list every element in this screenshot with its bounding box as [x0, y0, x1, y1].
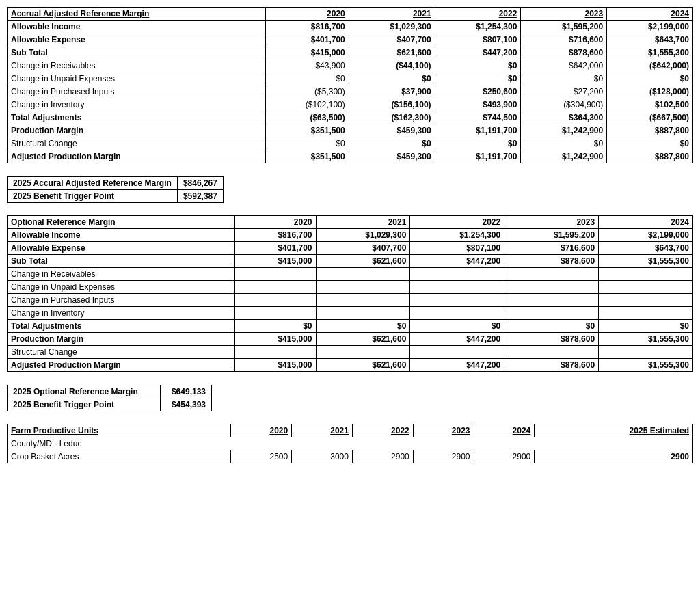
- row-label: Allowable Expense: [8, 242, 235, 255]
- row-value: $0: [316, 320, 410, 333]
- farm-productive-units-section: Farm Productive Units 2020 2021 2022 202…: [7, 424, 693, 463]
- row-value: $0: [521, 137, 607, 150]
- row-label: Structural Change: [8, 137, 266, 150]
- table1-year-4: 2024: [607, 8, 693, 21]
- table-row: Change in Purchased Inputs($5,300)$37,90…: [8, 85, 693, 98]
- summary-row: 2025 Benefit Trigger Point$592,387: [8, 190, 224, 203]
- row-value: ($63,500): [265, 111, 349, 124]
- row-value: $816,700: [235, 229, 316, 242]
- accrual-adjusted-section: Accrual Adjusted Reference Margin 2020 2…: [7, 7, 693, 203]
- row-value: $415,000: [235, 333, 316, 346]
- row-value: [316, 307, 410, 320]
- row-value: $415,000: [235, 255, 316, 268]
- row-value: $0: [265, 72, 349, 85]
- row-value: $1,254,300: [410, 229, 504, 242]
- row-value: $878,600: [504, 255, 599, 268]
- row-value: $351,500: [265, 150, 349, 163]
- summary-value: $649,133: [160, 385, 211, 398]
- row-value: ($44,100): [349, 59, 435, 72]
- row-value: $642,000: [521, 59, 607, 72]
- row-value: $887,800: [607, 150, 693, 163]
- row-label: Change in Receivables: [8, 268, 235, 281]
- accrual-adjusted-table: Accrual Adjusted Reference Margin 2020 2…: [7, 7, 693, 163]
- table2-year-1: 2021: [316, 216, 410, 229]
- table2-year-3: 2023: [504, 216, 599, 229]
- row-value: [504, 346, 599, 359]
- table2-year-0: 2020: [235, 216, 316, 229]
- row-value: [599, 281, 693, 294]
- row-label: Total Adjustments: [8, 111, 266, 124]
- row-value: $0: [410, 320, 504, 333]
- table1-year-1: 2021: [349, 8, 435, 21]
- row-value: 2900: [535, 450, 693, 463]
- row-label: Change in Inventory: [8, 307, 235, 320]
- row-label: Allowable Income: [8, 21, 266, 33]
- row-value: $407,700: [316, 242, 410, 255]
- row-value: [599, 346, 693, 359]
- row-value: $1,242,900: [521, 124, 607, 137]
- row-value: $1,555,300: [607, 46, 693, 59]
- row-value: $447,200: [410, 333, 504, 346]
- row-value: $621,600: [316, 255, 410, 268]
- row-value: $102,500: [607, 98, 693, 111]
- row-label: Production Margin: [8, 333, 235, 346]
- row-label: Change in Unpaid Expenses: [8, 72, 266, 85]
- row-value: $621,600: [316, 359, 410, 372]
- row-value: $807,100: [410, 242, 504, 255]
- row-label: Change in Purchased Inputs: [8, 85, 266, 98]
- row-value: $0: [435, 137, 521, 150]
- row-value: $459,300: [349, 124, 435, 137]
- row-value: $364,300: [521, 111, 607, 124]
- row-value: $1,555,300: [599, 255, 693, 268]
- table2-summary: 2025 Optional Reference Margin$649,13320…: [7, 385, 212, 411]
- row-label: Change in Receivables: [8, 59, 266, 72]
- row-label: Production Margin: [8, 124, 266, 137]
- table3-col-6: 2025 Estimated: [535, 424, 693, 437]
- row-value: $621,600: [316, 333, 410, 346]
- table1-year-2: 2022: [435, 8, 521, 21]
- row-value: $1,254,300: [435, 21, 521, 33]
- row-value: $0: [607, 72, 693, 85]
- row-value: $0: [435, 59, 521, 72]
- table-row: Structural Change: [8, 346, 693, 359]
- row-value: $447,200: [410, 359, 504, 372]
- table3-col-1: 2020: [231, 424, 292, 437]
- table-row: Production Margin$415,000$621,600$447,20…: [8, 333, 693, 346]
- table1-header-row: Accrual Adjusted Reference Margin 2020 2…: [8, 8, 693, 21]
- row-value: $0: [349, 137, 435, 150]
- row-value: $816,700: [265, 21, 349, 33]
- table-row: Sub Total$415,000$621,600$447,200$878,60…: [8, 46, 693, 59]
- row-value: ($642,000): [607, 59, 693, 72]
- table-row: Sub Total$415,000$621,600$447,200$878,60…: [8, 255, 693, 268]
- row-label: Allowable Income: [8, 229, 235, 242]
- row-value: $27,200: [521, 85, 607, 98]
- row-value: [235, 346, 316, 359]
- row-value: $0: [607, 137, 693, 150]
- row-value: [599, 307, 693, 320]
- summary-label: 2025 Optional Reference Margin: [8, 385, 161, 398]
- row-label: Adjusted Production Margin: [8, 359, 235, 372]
- optional-reference-section: Optional Reference Margin 2020 2021 2022…: [7, 215, 693, 411]
- summary-label: 2025 Benefit Trigger Point: [8, 190, 178, 203]
- row-value: ($304,900): [521, 98, 607, 111]
- row-value: $0: [435, 72, 521, 85]
- table3-subheader: County/MD - Leduc: [8, 437, 693, 450]
- row-label: Sub Total: [8, 46, 266, 59]
- row-value: $407,700: [349, 33, 435, 46]
- row-value: $1,555,300: [599, 333, 693, 346]
- row-value: $0: [235, 320, 316, 333]
- row-value: [504, 294, 599, 307]
- row-value: 2900: [352, 450, 413, 463]
- table-row: Production Margin$351,500$459,300$1,191,…: [8, 124, 693, 137]
- row-value: [410, 281, 504, 294]
- row-value: $716,600: [521, 33, 607, 46]
- row-value: $0: [521, 72, 607, 85]
- row-value: [599, 268, 693, 281]
- row-value: [235, 268, 316, 281]
- row-value: $1,595,200: [521, 21, 607, 33]
- row-label: Change in Inventory: [8, 98, 266, 111]
- table-row: Change in Receivables: [8, 268, 693, 281]
- table-row: Allowable Income$816,700$1,029,300$1,254…: [8, 229, 693, 242]
- summary-label: 2025 Accural Adjusted Reference Margin: [8, 177, 178, 190]
- row-value: $1,595,200: [504, 229, 599, 242]
